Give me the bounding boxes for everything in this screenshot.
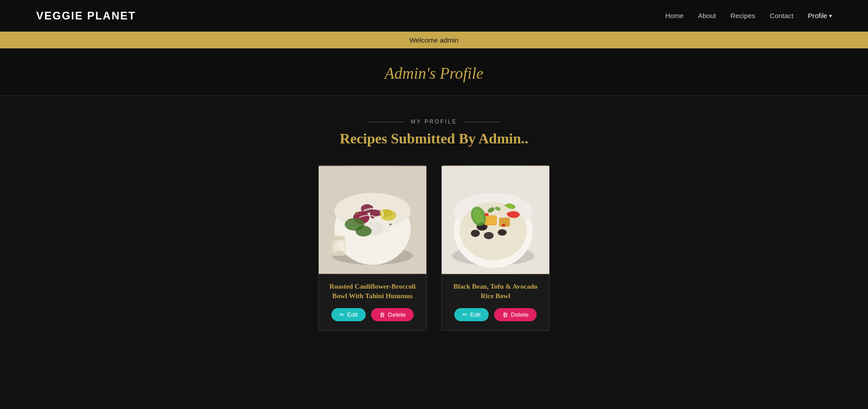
svg-point-36 bbox=[502, 224, 505, 227]
svg-point-15 bbox=[349, 219, 351, 221]
edit-label-2: Edit bbox=[470, 311, 481, 318]
svg-point-10 bbox=[355, 226, 372, 237]
svg-point-17 bbox=[332, 236, 346, 240]
svg-point-35 bbox=[484, 213, 489, 216]
chevron-down-icon: ▾ bbox=[829, 13, 832, 19]
edit-icon-2: ✏ bbox=[462, 311, 467, 318]
nav-link-recipes[interactable]: Recipes bbox=[731, 12, 755, 19]
trash-icon-2: 🗑 bbox=[502, 311, 508, 318]
card-title-2: Black Bean, Tofu & Avocado Rice Bowl bbox=[447, 281, 544, 301]
edit-icon-1: ✏ bbox=[340, 311, 344, 318]
navbar: VEGGIE PLANET Home About Recipes Contact… bbox=[0, 0, 868, 32]
svg-point-25 bbox=[471, 230, 480, 237]
delete-button-2[interactable]: 🗑 Delete bbox=[494, 308, 537, 321]
nav-link-about[interactable]: About bbox=[698, 12, 716, 19]
svg-point-26 bbox=[484, 232, 494, 239]
card-body-2: Black Bean, Tofu & Avocado Rice Bowl ✏ E… bbox=[442, 274, 549, 330]
trash-icon-1: 🗑 bbox=[379, 311, 385, 318]
card-actions-1: ✏ Edit 🗑 Delete bbox=[324, 308, 421, 321]
svg-point-13 bbox=[355, 212, 359, 214]
nav-profile-label: Profile bbox=[808, 12, 827, 19]
recipe-card-1: Roasted Cauliflower-Broccoli Bowl With T… bbox=[318, 165, 427, 331]
delete-button-1[interactable]: 🗑 Delete bbox=[371, 308, 414, 321]
nav-links: Home About Recipes Contact Profile ▾ bbox=[665, 12, 832, 19]
page-header: Admin's Profile bbox=[0, 48, 868, 96]
edit-label-1: Edit bbox=[347, 311, 358, 318]
section-line-right bbox=[464, 122, 500, 122]
delete-label-2: Delete bbox=[511, 311, 528, 318]
section-label: MY PROFILE bbox=[411, 119, 457, 125]
main-content: MY PROFILE Recipes Submitted By Admin.. bbox=[0, 96, 868, 409]
svg-point-27 bbox=[498, 229, 507, 236]
section-title: Recipes Submitted By Admin.. bbox=[9, 130, 859, 147]
delete-label-1: Delete bbox=[388, 311, 406, 318]
edit-button-2[interactable]: ✏ Edit bbox=[454, 308, 489, 321]
svg-rect-30 bbox=[486, 217, 495, 224]
recipes-grid: Roasted Cauliflower-Broccoli Bowl With T… bbox=[185, 165, 683, 331]
welcome-bar: Welcome admin bbox=[0, 32, 868, 48]
recipe-image-2 bbox=[442, 166, 549, 274]
section-header: MY PROFILE bbox=[9, 119, 859, 125]
recipe-image-1 bbox=[319, 166, 426, 274]
svg-point-14 bbox=[389, 224, 392, 225]
edit-button-1[interactable]: ✏ Edit bbox=[331, 308, 366, 321]
svg-rect-18 bbox=[334, 243, 344, 252]
card-title-1: Roasted Cauliflower-Broccoli Bowl With T… bbox=[324, 281, 421, 301]
recipe-card-2: Black Bean, Tofu & Avocado Rice Bowl ✏ E… bbox=[441, 165, 550, 331]
nav-link-home[interactable]: Home bbox=[665, 12, 684, 19]
brand-logo: VEGGIE PLANET bbox=[36, 10, 136, 22]
card-body-1: Roasted Cauliflower-Broccoli Bowl With T… bbox=[319, 274, 426, 330]
nav-profile-dropdown[interactable]: Profile ▾ bbox=[808, 12, 832, 19]
page-title: Admin's Profile bbox=[0, 65, 868, 83]
card-actions-2: ✏ Edit 🗑 Delete bbox=[447, 308, 544, 321]
section-line-left bbox=[368, 122, 404, 122]
nav-link-contact[interactable]: Contact bbox=[770, 12, 793, 19]
